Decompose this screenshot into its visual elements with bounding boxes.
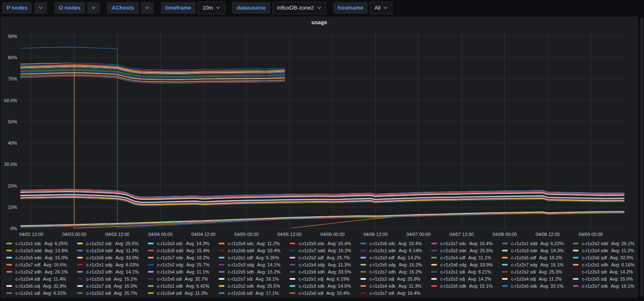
variable-datasource-label[interactable]: datasource bbox=[232, 2, 270, 14]
legend-item[interactable]: c-r1z2s5 sdkAvg: 15.1% bbox=[431, 283, 497, 288]
legend-series-avg: Avg: 26.1% bbox=[45, 269, 68, 274]
legend-item[interactable]: c-r1z2s3 sdiAvg: 14.2% bbox=[573, 269, 639, 274]
legend-item[interactable]: c-r1z2s3 sdgAvg: 14.1% bbox=[219, 262, 285, 267]
legend-item[interactable]: c-r1z2s7 sdiAvg: 16.1% bbox=[219, 276, 285, 281]
legend-item[interactable]: c-r1z2s7 sdcAvg: 16.4% bbox=[431, 241, 497, 246]
legend-item[interactable]: c-r1z2s4 sdkAvg: 11.3% bbox=[360, 283, 426, 288]
legend-series-marker bbox=[360, 271, 366, 273]
legend-item[interactable]: c-r1z2s1 sddAvg: 6.22% bbox=[502, 241, 568, 246]
variable-achosts-label[interactable]: AChosts bbox=[107, 2, 138, 14]
legend-item[interactable]: c-r1z2s2 sdkAvg: 25.5% bbox=[219, 283, 285, 288]
legend-item[interactable]: c-r1z2s5 sdlAvg: 17.1% bbox=[219, 291, 285, 296]
timeframe-value: 10m bbox=[202, 5, 213, 11]
variable-hostname-label[interactable]: hostname bbox=[333, 2, 368, 14]
legend-item[interactable]: c-r1z2s4 sdeAvg: 11.2% bbox=[573, 248, 639, 253]
legend-series-avg: Avg: 15.2% bbox=[399, 262, 422, 267]
legend-series-marker bbox=[431, 243, 437, 244]
legend-item[interactable]: c-r1z2s4 sdlAvg: 11.3% bbox=[148, 291, 214, 296]
legend-item[interactable]: c-r1z2s1 sdgAvg: 6.03% bbox=[77, 262, 143, 267]
legend-item[interactable]: c-r1z2s3 sdeAvg: 14.3% bbox=[502, 248, 568, 253]
legend-item[interactable]: c-r1z2s6 sdjAvg: 32.8% bbox=[6, 283, 72, 288]
legend-item[interactable]: c-r1z2s1 sdjAvg: 6.19% bbox=[290, 276, 355, 281]
legend-item[interactable]: c-r1z2s7 sdfAvg: 16.6% bbox=[6, 262, 72, 267]
legend-item[interactable]: c-r1z2s5 sdjAvg: 15.0% bbox=[573, 276, 639, 281]
legend-item[interactable]: c-r1z2s2 sdcAvg: 25.5% bbox=[77, 241, 143, 246]
variable-onodes-label[interactable]: O nodes bbox=[54, 2, 85, 14]
legend-item[interactable]: c-r1z2s5 sdeAvg: 15.0% bbox=[6, 255, 72, 260]
legend-item[interactable]: c-r1z2s2 sdgAvg: 25.7% bbox=[148, 262, 214, 267]
legend-item[interactable]: c-r1z2s6 sddAvg: 33.4% bbox=[219, 248, 285, 253]
legend-item[interactable]: c-r1z2s3 sdkAvg: 14.0% bbox=[290, 283, 355, 288]
legend-item[interactable]: c-r1z2s6 sdfAvg: 32.9% bbox=[573, 255, 639, 260]
legend-item[interactable]: c-r1z2s4 sdgAvg: 11.3% bbox=[290, 262, 355, 267]
legend-item[interactable]: c-r1z2s4 sdhAvg: 11.1% bbox=[148, 269, 214, 274]
legend-item[interactable]: c-r1z2s1 sdlAvg: 6.31% bbox=[6, 291, 72, 296]
chevron-down-icon bbox=[216, 6, 220, 9]
legend-item[interactable]: c-r1z2s3 sdfAvg: 14.2% bbox=[360, 255, 426, 260]
legend-item[interactable]: c-r1z2s1 sdeAvg: 6.14% bbox=[360, 248, 426, 253]
legend-item[interactable]: c-r1z2s6 sdiAvg: 32.7% bbox=[148, 276, 214, 281]
legend-item[interactable]: c-r1z2s2 sdfAvg: 25.7% bbox=[290, 255, 355, 260]
legend-item[interactable]: c-r1z2s1 sdfAvg: 6.26% bbox=[219, 255, 285, 260]
variable-achosts-dropdown-button[interactable] bbox=[141, 2, 154, 14]
legend-item[interactable]: c-r1z2s4 sddAvg: 11.3% bbox=[77, 248, 143, 253]
legend-item[interactable]: c-r1z2s4 sdjAvg: 11.2% bbox=[502, 276, 568, 281]
legend-series-marker bbox=[431, 264, 437, 266]
legend-item[interactable]: c-r1z2s2 sddAvg: 26.1% bbox=[573, 241, 639, 246]
legend-item[interactable]: c-r1z2s4 sdiAvg: 11.4% bbox=[6, 276, 72, 281]
legend-item[interactable]: c-r1z2s6 sdhAvg: 33.5% bbox=[290, 269, 355, 274]
panel-title[interactable]: usage bbox=[1, 17, 637, 27]
legend-item[interactable]: c-r1z2s6 sdkAvg: 33.1% bbox=[502, 283, 568, 288]
legend-item[interactable]: c-r1z2s3 sdcAvg: 14.3% bbox=[148, 241, 214, 246]
legend-item[interactable]: c-r1z2s2 sdhAvg: 26.1% bbox=[6, 269, 72, 274]
legend-item[interactable]: c-r1z2s1 sdkAvg: 6.42% bbox=[148, 283, 214, 288]
legend-series-marker bbox=[502, 250, 508, 251]
legend-item[interactable]: c-r1z2s6 sdcAvg: 33.4% bbox=[360, 241, 426, 246]
legend-item[interactable]: c-r1z2s5 sdhAvg: 15.2% bbox=[219, 269, 285, 274]
legend-item[interactable]: c-r1z2s7 sdeAvg: 16.2% bbox=[148, 255, 214, 260]
legend-series-avg: Avg: 11.2% bbox=[611, 248, 634, 253]
legend-series-marker bbox=[148, 257, 154, 258]
legend-item[interactable]: c-r1z2s1 sdhAvg: 6.16% bbox=[573, 262, 639, 267]
legend-item[interactable]: c-r1z2s6 sdlAvg: 33.4% bbox=[290, 291, 355, 296]
legend-item[interactable]: c-r1z2s6 sdeAvg: 33.0% bbox=[77, 255, 143, 260]
legend-item[interactable]: c-r1z2s5 sddAvg: 15.4% bbox=[148, 248, 214, 253]
legend-item[interactable]: c-r1z2s5 sdcAvg: 15.4% bbox=[290, 241, 355, 246]
variable-pnodes-label[interactable]: P nodes bbox=[2, 2, 32, 14]
legend-item[interactable]: c-r1z2s5 sdiAvg: 15.1% bbox=[77, 276, 143, 281]
legend-item[interactable]: c-r1z2s3 sddAvg: 13.9% bbox=[6, 248, 72, 253]
legend-item[interactable]: c-r1z2s4 sdfAvg: 11.1% bbox=[431, 255, 497, 260]
legend-item[interactable]: c-r1z2s3 sdjAvg: 14.2% bbox=[431, 276, 497, 281]
hostname-value-dropdown[interactable]: All bbox=[370, 2, 392, 14]
legend-item[interactable]: c-r1z2s5 sdgAvg: 15.2% bbox=[360, 262, 426, 267]
legend-series-avg: Avg: 14.3% bbox=[186, 241, 209, 246]
legend-item[interactable]: c-r1z2s5 sdfAvg: 15.2% bbox=[502, 255, 568, 260]
legend-series-marker bbox=[502, 257, 508, 258]
legend-item[interactable]: c-r1z2s7 sdkAvg: 16.1% bbox=[573, 283, 639, 288]
legend-item[interactable]: c-r1z2s2 sdeAvg: 25.5% bbox=[431, 248, 497, 253]
legend-item[interactable]: c-r1z2s1 sdcAvg: 6.25% bbox=[6, 241, 72, 246]
variable-onodes-dropdown-button[interactable] bbox=[87, 2, 100, 14]
datasource-value-dropdown[interactable]: InfluxDB-zone2 bbox=[272, 2, 326, 14]
legend-item[interactable]: c-r1z2s7 sdhAvg: 16.2% bbox=[360, 269, 426, 274]
legend-item[interactable]: c-r1z2s7 sdlAvg: 16.4% bbox=[360, 291, 426, 296]
legend-series-name: c-r1z2s4 sdk bbox=[369, 283, 395, 288]
legend-item[interactable]: c-r1z2s6 sdgAvg: 33.9% bbox=[431, 262, 497, 267]
legend-item[interactable]: c-r1z2s1 sdiAvg: 6.21% bbox=[431, 269, 497, 274]
scrollbar-thumb[interactable] bbox=[640, 18, 643, 297]
legend-item[interactable]: c-r1z2s7 sdjAvg: 16.0% bbox=[77, 283, 143, 288]
legend-item[interactable]: c-r1z2s7 sdgAvg: 16.1% bbox=[502, 262, 568, 267]
legend-item[interactable]: c-r1z2s7 sddAvg: 16.2% bbox=[290, 248, 355, 253]
legend-series-marker bbox=[502, 278, 508, 280]
variable-timeframe-label[interactable]: timeframe bbox=[161, 2, 196, 14]
timeframe-value-dropdown[interactable]: 10m bbox=[198, 2, 225, 14]
usage-chart[interactable]: 0%10%20%30.0%40%50%60.0%70%80%90%04/02 1… bbox=[1, 27, 637, 238]
y-axis-tick-label: 50% bbox=[8, 119, 17, 124]
legend-item[interactable]: c-r1z2s3 sdhAvg: 14.1% bbox=[77, 269, 143, 274]
legend-item[interactable]: c-r1z2s2 sdlAvg: 25.7% bbox=[77, 291, 143, 296]
legend-item[interactable]: c-r1z2s2 sdiAvg: 25.3% bbox=[502, 269, 568, 274]
variable-pnodes-dropdown-button[interactable] bbox=[34, 2, 47, 14]
legend-item[interactable]: c-r1z2s4 sdcAvg: 11.2% bbox=[219, 241, 285, 246]
legend-series-name: c-r1z2s2 sde bbox=[440, 248, 467, 253]
legend-item[interactable]: c-r1z2s2 sdjAvg: 25.8% bbox=[360, 276, 426, 281]
